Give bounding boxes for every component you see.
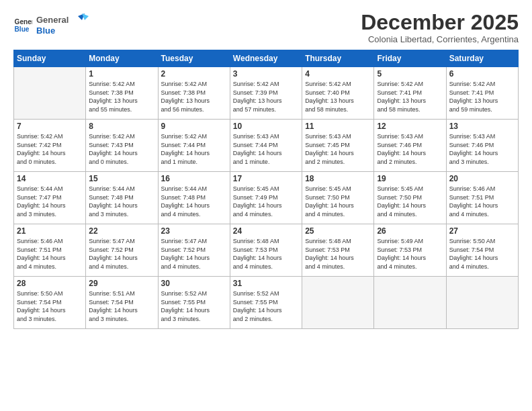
title-block: December 2025 Colonia Libertad, Corrient…	[361, 11, 519, 44]
day-info: Sunrise: 5:43 AMSunset: 7:46 PMDaylight:…	[449, 132, 515, 166]
day-info: Sunrise: 5:42 AMSunset: 7:41 PMDaylight:…	[377, 80, 443, 113]
day-cell: 4Sunrise: 5:42 AMSunset: 7:40 PMDaylight…	[302, 67, 374, 120]
day-info: Sunrise: 5:51 AMSunset: 7:54 PMDaylight:…	[89, 289, 154, 323]
day-cell	[446, 277, 518, 329]
day-number: 27	[449, 226, 515, 236]
day-cell: 6Sunrise: 5:42 AMSunset: 7:41 PMDaylight…	[446, 67, 518, 120]
day-number: 9	[161, 122, 227, 131]
day-number: 3	[233, 69, 299, 79]
day-number: 2	[161, 69, 227, 79]
day-cell: 21Sunrise: 5:46 AMSunset: 7:51 PMDayligh…	[14, 224, 86, 277]
day-info: Sunrise: 5:42 AMSunset: 7:42 PMDaylight:…	[17, 132, 83, 166]
day-number: 12	[377, 122, 443, 131]
day-cell: 15Sunrise: 5:44 AMSunset: 7:48 PMDayligh…	[86, 172, 158, 224]
logo-icon: General Blue	[13, 16, 32, 35]
day-info: Sunrise: 5:43 AMSunset: 7:45 PMDaylight:…	[305, 132, 371, 166]
day-number: 8	[89, 122, 154, 131]
day-number: 10	[233, 122, 299, 131]
day-number: 24	[233, 226, 299, 236]
day-cell	[302, 277, 374, 329]
page-container: General Blue General Blue December 2025 …	[0, 0, 532, 411]
svg-text:Blue: Blue	[36, 26, 55, 36]
day-cell: 31Sunrise: 5:52 AMSunset: 7:55 PMDayligh…	[230, 277, 302, 329]
day-number: 29	[89, 279, 154, 288]
day-cell: 19Sunrise: 5:45 AMSunset: 7:50 PMDayligh…	[374, 172, 446, 224]
day-cell: 1Sunrise: 5:42 AMSunset: 7:38 PMDaylight…	[86, 67, 158, 120]
day-cell: 16Sunrise: 5:44 AMSunset: 7:48 PMDayligh…	[158, 172, 230, 224]
day-cell: 24Sunrise: 5:48 AMSunset: 7:53 PMDayligh…	[230, 224, 302, 277]
day-number: 20	[449, 174, 515, 183]
week-row-1: 7Sunrise: 5:42 AMSunset: 7:42 PMDaylight…	[14, 120, 519, 172]
logo-svg: General Blue	[36, 11, 90, 40]
day-cell: 25Sunrise: 5:48 AMSunset: 7:53 PMDayligh…	[302, 224, 374, 277]
col-tuesday: Tuesday	[158, 50, 230, 67]
day-number: 25	[305, 226, 371, 236]
col-friday: Friday	[374, 50, 446, 67]
col-saturday: Saturday	[446, 50, 518, 67]
day-cell: 5Sunrise: 5:42 AMSunset: 7:41 PMDaylight…	[374, 67, 446, 120]
day-info: Sunrise: 5:42 AMSunset: 7:43 PMDaylight:…	[89, 132, 154, 166]
day-cell: 26Sunrise: 5:49 AMSunset: 7:53 PMDayligh…	[374, 224, 446, 277]
day-info: Sunrise: 5:47 AMSunset: 7:52 PMDaylight:…	[89, 237, 154, 271]
day-cell: 7Sunrise: 5:42 AMSunset: 7:42 PMDaylight…	[14, 120, 86, 172]
day-cell: 11Sunrise: 5:43 AMSunset: 7:45 PMDayligh…	[302, 120, 374, 172]
month-title: December 2025	[361, 11, 519, 34]
day-cell: 9Sunrise: 5:42 AMSunset: 7:44 PMDaylight…	[158, 120, 230, 172]
subtitle: Colonia Libertad, Corrientes, Argentina	[361, 34, 519, 44]
col-wednesday: Wednesday	[230, 50, 302, 67]
logo: General Blue General Blue	[13, 11, 90, 40]
day-info: Sunrise: 5:47 AMSunset: 7:52 PMDaylight:…	[161, 237, 227, 271]
day-number: 4	[305, 69, 371, 79]
day-cell: 14Sunrise: 5:44 AMSunset: 7:47 PMDayligh…	[14, 172, 86, 224]
day-number: 14	[17, 174, 83, 183]
day-info: Sunrise: 5:42 AMSunset: 7:39 PMDaylight:…	[233, 80, 299, 113]
day-cell: 20Sunrise: 5:46 AMSunset: 7:51 PMDayligh…	[446, 172, 518, 224]
day-info: Sunrise: 5:42 AMSunset: 7:38 PMDaylight:…	[161, 80, 227, 113]
day-info: Sunrise: 5:44 AMSunset: 7:47 PMDaylight:…	[17, 185, 83, 218]
day-cell: 28Sunrise: 5:50 AMSunset: 7:54 PMDayligh…	[14, 277, 86, 329]
day-info: Sunrise: 5:52 AMSunset: 7:55 PMDaylight:…	[161, 289, 227, 323]
day-info: Sunrise: 5:42 AMSunset: 7:40 PMDaylight:…	[305, 80, 371, 113]
day-info: Sunrise: 5:42 AMSunset: 7:41 PMDaylight:…	[449, 80, 515, 113]
day-cell: 30Sunrise: 5:52 AMSunset: 7:55 PMDayligh…	[158, 277, 230, 329]
day-cell: 23Sunrise: 5:47 AMSunset: 7:52 PMDayligh…	[158, 224, 230, 277]
day-number: 22	[89, 226, 154, 236]
calendar-table: Sunday Monday Tuesday Wednesday Thursday…	[13, 50, 519, 329]
week-row-2: 14Sunrise: 5:44 AMSunset: 7:47 PMDayligh…	[14, 172, 519, 224]
day-cell: 13Sunrise: 5:43 AMSunset: 7:46 PMDayligh…	[446, 120, 518, 172]
week-row-4: 28Sunrise: 5:50 AMSunset: 7:54 PMDayligh…	[14, 277, 519, 329]
day-cell: 12Sunrise: 5:43 AMSunset: 7:46 PMDayligh…	[374, 120, 446, 172]
day-cell: 3Sunrise: 5:42 AMSunset: 7:39 PMDaylight…	[230, 67, 302, 120]
day-info: Sunrise: 5:42 AMSunset: 7:38 PMDaylight:…	[89, 80, 154, 113]
svg-text:General: General	[36, 15, 69, 25]
day-cell: 29Sunrise: 5:51 AMSunset: 7:54 PMDayligh…	[86, 277, 158, 329]
day-info: Sunrise: 5:52 AMSunset: 7:55 PMDaylight:…	[233, 289, 299, 323]
day-info: Sunrise: 5:45 AMSunset: 7:50 PMDaylight:…	[377, 185, 443, 218]
day-info: Sunrise: 5:49 AMSunset: 7:53 PMDaylight:…	[377, 237, 443, 271]
col-sunday: Sunday	[14, 50, 86, 67]
day-info: Sunrise: 5:44 AMSunset: 7:48 PMDaylight:…	[161, 185, 227, 218]
day-number: 13	[449, 122, 515, 131]
day-cell: 2Sunrise: 5:42 AMSunset: 7:38 PMDaylight…	[158, 67, 230, 120]
day-info: Sunrise: 5:50 AMSunset: 7:54 PMDaylight:…	[449, 237, 515, 271]
day-cell: 18Sunrise: 5:45 AMSunset: 7:50 PMDayligh…	[302, 172, 374, 224]
col-monday: Monday	[86, 50, 158, 67]
svg-text:Blue: Blue	[15, 26, 30, 33]
week-row-3: 21Sunrise: 5:46 AMSunset: 7:51 PMDayligh…	[14, 224, 519, 277]
day-info: Sunrise: 5:50 AMSunset: 7:54 PMDaylight:…	[17, 289, 83, 323]
col-thursday: Thursday	[302, 50, 374, 67]
day-number: 16	[161, 174, 227, 183]
day-number: 6	[449, 69, 515, 79]
day-number: 15	[89, 174, 154, 183]
day-number: 1	[89, 69, 154, 79]
day-info: Sunrise: 5:46 AMSunset: 7:51 PMDaylight:…	[449, 185, 515, 218]
day-info: Sunrise: 5:45 AMSunset: 7:50 PMDaylight:…	[305, 185, 371, 218]
svg-text:General: General	[15, 18, 32, 26]
header: General Blue General Blue December 2025 …	[13, 11, 519, 44]
week-row-0: 1Sunrise: 5:42 AMSunset: 7:38 PMDaylight…	[14, 67, 519, 120]
day-cell: 22Sunrise: 5:47 AMSunset: 7:52 PMDayligh…	[86, 224, 158, 277]
day-number: 19	[377, 174, 443, 183]
day-cell	[14, 67, 86, 120]
day-cell: 17Sunrise: 5:45 AMSunset: 7:49 PMDayligh…	[230, 172, 302, 224]
day-info: Sunrise: 5:43 AMSunset: 7:46 PMDaylight:…	[377, 132, 443, 166]
